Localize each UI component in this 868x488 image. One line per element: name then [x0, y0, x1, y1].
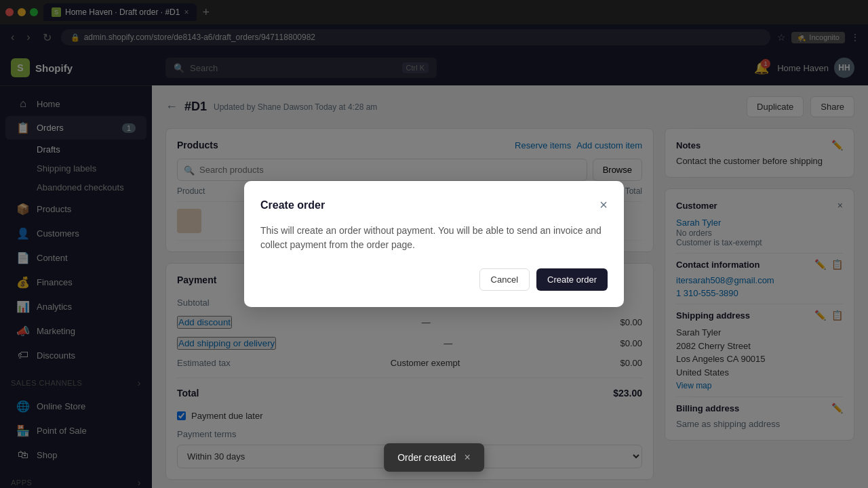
toast-message: Order created	[397, 452, 456, 463]
modal-overlay: Create order × This will create an order…	[0, 0, 868, 488]
create-order-modal: Create order × This will create an order…	[244, 181, 624, 307]
modal-footer: Cancel Create order	[260, 268, 608, 291]
modal-body: This will create an order without paymen…	[260, 224, 608, 252]
modal-title: Create order	[260, 199, 325, 211]
toast-close-btn[interactable]: ×	[465, 451, 471, 464]
create-order-button[interactable]: Create order	[536, 268, 608, 291]
modal-close-btn[interactable]: ×	[599, 197, 608, 213]
modal-header: Create order ×	[260, 197, 608, 213]
toast-notification: Order created ×	[384, 443, 484, 472]
cancel-button[interactable]: Cancel	[479, 268, 530, 291]
